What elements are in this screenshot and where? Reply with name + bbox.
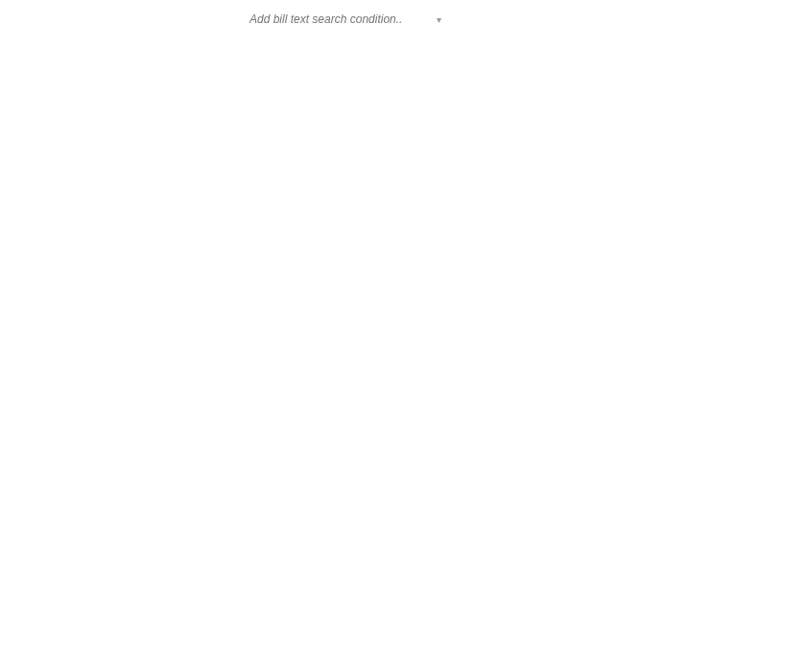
bill-text-search-condition[interactable]: ▾ xyxy=(249,12,441,29)
bill-text-search-input[interactable] xyxy=(249,12,422,26)
chevron-down-icon: ▾ xyxy=(437,14,441,25)
